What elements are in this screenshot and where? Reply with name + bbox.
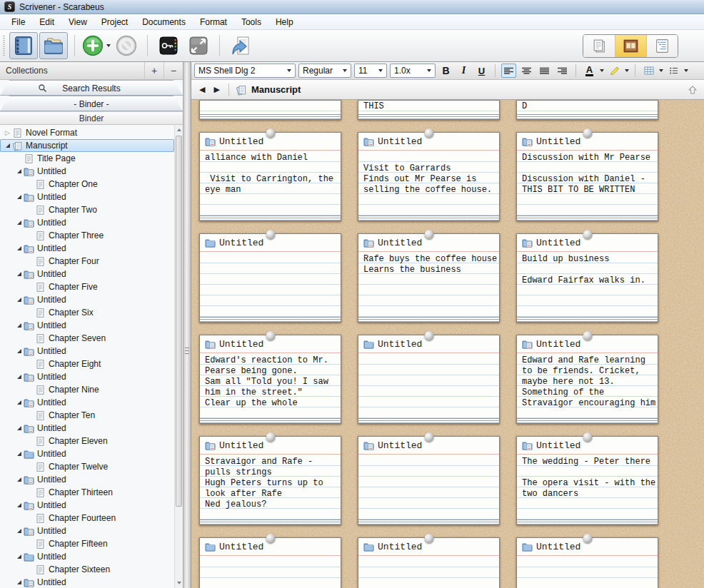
binder-item-untitled[interactable]: Untitled [0, 524, 174, 537]
binder-item-chapter-fifteen[interactable]: Chapter Fifteen [0, 537, 174, 550]
align-justify-button[interactable] [537, 64, 552, 78]
add-item-button[interactable] [81, 32, 111, 59]
binder-scrollbar[interactable] [174, 125, 183, 588]
menu-format[interactable]: Format [193, 14, 234, 29]
menu-edit[interactable]: Edit [32, 14, 61, 29]
align-center-button[interactable] [519, 64, 534, 78]
menu-tools[interactable]: Tools [234, 14, 268, 29]
italic-button[interactable]: I [456, 64, 471, 78]
scrollbar-thumb[interactable] [176, 136, 182, 507]
binder-item-chapter-two[interactable]: Chapter Two [0, 203, 174, 216]
index-card[interactable]: Untitled [358, 436, 500, 525]
binder-item-chapter-eleven[interactable]: Chapter Eleven [0, 435, 174, 447]
outliner-view-button[interactable] [646, 35, 678, 57]
expanded-arrow-icon[interactable] [14, 580, 24, 584]
binder-item-chapter-seven[interactable]: Chapter Seven [0, 332, 174, 345]
index-card[interactable]: UntitledDiscussion with Mr Pearse Discus… [516, 132, 658, 221]
binder-item-novel-format[interactable]: ▷Novel Format [0, 126, 174, 139]
corkboard[interactable]: THISDUntitledalliance with Daniel Visit … [191, 100, 704, 588]
index-card[interactable]: Untitledalliance with Daniel Visit to Ca… [199, 132, 341, 221]
align-right-button[interactable] [555, 64, 570, 78]
binder-item-chapter-thirteen[interactable]: Chapter Thirteen [0, 486, 174, 499]
binder-item-chapter-one[interactable]: Chapter One [0, 178, 174, 191]
index-card[interactable]: UntitledEdward and Rafe learning to be f… [516, 335, 658, 424]
expanded-arrow-icon[interactable] [14, 195, 24, 199]
scrollbar-up-icon[interactable] [175, 126, 183, 134]
index-card[interactable]: Untitled [199, 233, 341, 323]
tab-binder-collection[interactable]: - Binder - [0, 96, 183, 111]
binder-item-untitled[interactable]: Untitled [0, 473, 174, 486]
expanded-arrow-icon[interactable] [14, 452, 24, 456]
collapsed-arrow-icon[interactable]: ▷ [3, 129, 12, 136]
corkboard-grid[interactable]: THISDUntitledalliance with Daniel Visit … [199, 100, 704, 588]
expanded-arrow-icon[interactable] [14, 298, 24, 302]
text-color-button[interactable]: A [582, 64, 597, 78]
add-collection-button[interactable]: + [144, 62, 164, 80]
document-view-button[interactable] [583, 35, 615, 57]
dropdown-caret-icon[interactable] [659, 69, 663, 72]
list-button[interactable] [666, 64, 681, 78]
index-card[interactable]: UntitledBuild up business Edward Fairfax… [516, 233, 658, 323]
binder-item-untitled[interactable]: Untitled [0, 165, 174, 178]
binder-item-title-page[interactable]: Title Page [0, 152, 174, 165]
keywords-button[interactable] [154, 32, 183, 59]
expanded-arrow-icon[interactable] [14, 169, 24, 173]
expanded-arrow-icon[interactable] [3, 143, 12, 148]
collections-toggle-button[interactable] [39, 32, 68, 59]
toolbar-grip[interactable] [3, 36, 5, 56]
binder-item-untitled[interactable]: Untitled [0, 447, 174, 460]
delete-item-button[interactable] [112, 32, 141, 59]
menu-project[interactable]: Project [94, 14, 135, 29]
binder-item-chapter-fourteen[interactable]: Chapter Fourteen [0, 512, 174, 524]
index-card[interactable]: Untitled Visit to Garrards Finds out Mr … [358, 132, 500, 221]
menu-help[interactable]: Help [268, 14, 301, 29]
font-style-select[interactable]: Regular [298, 64, 351, 78]
expanded-arrow-icon[interactable] [14, 477, 24, 482]
index-card[interactable]: UntitledRafe buys the coffee house Learn… [358, 233, 500, 323]
binder-item-chapter-ten[interactable]: Chapter Ten [0, 409, 174, 422]
binder-item-untitled[interactable]: Untitled [0, 370, 174, 383]
binder-item-untitled[interactable]: Untitled [0, 242, 174, 255]
align-left-button[interactable] [501, 64, 516, 78]
tab-search-results[interactable]: Search Results [0, 80, 183, 96]
index-card[interactable]: Untitled [358, 335, 500, 424]
expanded-arrow-icon[interactable] [14, 375, 24, 379]
index-card[interactable] [199, 100, 341, 120]
highlight-button[interactable] [607, 64, 622, 78]
index-card[interactable]: Untitled [199, 537, 341, 588]
line-spacing-select[interactable]: 1.0x [390, 64, 436, 78]
index-card[interactable]: D [516, 100, 658, 120]
corkboard-view-button[interactable] [615, 35, 646, 57]
binder-item-chapter-sixteen[interactable]: Chapter Sixteen [0, 563, 174, 576]
binder-item-untitled[interactable]: Untitled [0, 396, 174, 409]
index-card[interactable]: THIS [358, 100, 500, 120]
expanded-arrow-icon[interactable] [14, 246, 24, 250]
binder-item-untitled[interactable]: Untitled [0, 576, 174, 588]
scrollbar-down-icon[interactable] [175, 579, 183, 587]
underline-button[interactable]: U [474, 64, 489, 78]
bold-button[interactable]: B [438, 64, 453, 78]
expanded-arrow-icon[interactable] [14, 323, 24, 328]
expanded-arrow-icon[interactable] [14, 349, 24, 353]
binder-item-chapter-three[interactable]: Chapter Three [0, 229, 174, 242]
dropdown-caret-icon[interactable] [625, 69, 629, 72]
binder-item-untitled[interactable]: Untitled [0, 268, 174, 280]
forward-button[interactable]: ▶ [211, 85, 221, 94]
title-bar[interactable]: S Scrivener - Scarabeus [0, 0, 704, 14]
binder-toggle-button[interactable] [9, 32, 38, 59]
menu-view[interactable]: View [61, 14, 94, 29]
index-card[interactable]: UntitledEdward's reaction to Mr. Pearse … [199, 335, 341, 424]
menu-file[interactable]: File [4, 14, 32, 29]
binder-item-chapter-four[interactable]: Chapter Four [0, 255, 174, 268]
binder-item-chapter-eight[interactable]: Chapter Eight [0, 358, 174, 370]
panel-splitter[interactable] [183, 62, 191, 588]
expanded-arrow-icon[interactable] [14, 400, 24, 405]
binder-item-untitled[interactable]: Untitled [0, 191, 174, 203]
expanded-arrow-icon[interactable] [14, 529, 24, 533]
index-card[interactable]: Untitled [516, 537, 658, 588]
binder-item-untitled[interactable]: Untitled [0, 550, 174, 563]
binder-item-untitled[interactable]: Untitled [0, 319, 174, 332]
index-card[interactable]: UntitledThe wedding - Peter there The op… [516, 436, 658, 525]
table-button[interactable] [641, 64, 656, 78]
remove-collection-button[interactable]: − [164, 62, 183, 80]
